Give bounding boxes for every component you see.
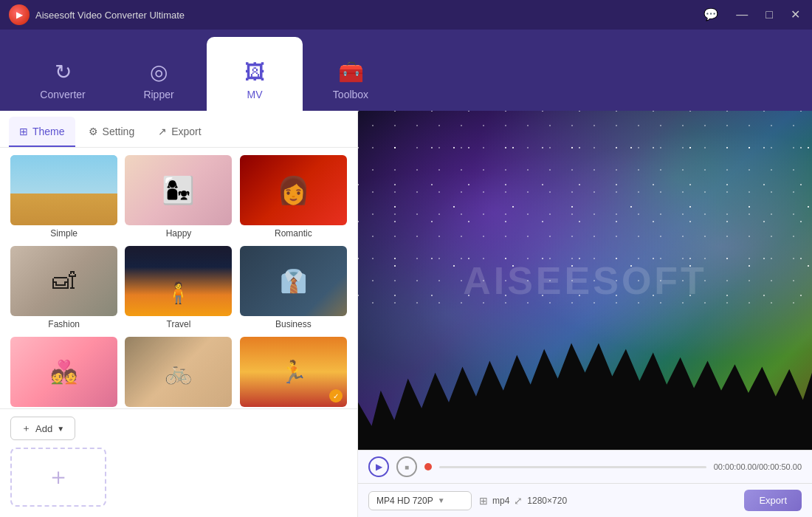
- theme-grid: 👤 Simple 👩‍👧 Happy 👩 Ro: [10, 155, 347, 408]
- toolbox-icon: 🧰: [338, 60, 364, 84]
- title-bar-left: ▶ Aiseesoft Video Converter Ultimate: [9, 4, 185, 25]
- format-select[interactable]: MP4 HD 720P ▼: [368, 491, 472, 510]
- theme-thumb-travel: 🧍: [125, 246, 232, 316]
- main-content: ⊞ Theme ⚙ Setting ↗ Export 👤: [0, 111, 812, 517]
- right-panel: AISEESOFT ▶ ■ 00:00:00.00/00:00:50.00 MP…: [358, 111, 812, 517]
- theme-card-oldtimes[interactable]: 🚲 Old Times: [125, 337, 232, 408]
- add-arrow-icon: ▼: [57, 425, 64, 433]
- theme-thumb-simple: 👤: [10, 155, 117, 225]
- play-button[interactable]: ▶: [368, 456, 389, 477]
- theme-tab-icon: ⊞: [19, 126, 28, 137]
- tab-toolbox[interactable]: 🧰 Toolbox: [303, 37, 399, 111]
- drop-zone-plus-icon: ＋: [47, 461, 70, 493]
- close-button[interactable]: ✕: [788, 7, 803, 22]
- minimize-button[interactable]: —: [733, 7, 751, 22]
- resolution-icon: ⤢: [514, 495, 523, 507]
- theme-card-simple[interactable]: 👤 Simple: [10, 155, 117, 239]
- tab-mv[interactable]: 🖼 MV: [207, 37, 303, 111]
- title-bar: ▶ Aiseesoft Video Converter Ultimate 💬 —…: [0, 0, 812, 30]
- theme-name-simple: Simple: [50, 228, 78, 239]
- theme-name-business: Business: [275, 319, 312, 329]
- theme-thumb-sport: 🏃 ✓: [240, 337, 347, 407]
- add-button[interactable]: ＋ Add ▼: [10, 417, 75, 440]
- theme-name-romantic: Romantic: [275, 228, 312, 239]
- mv-icon: 🖼: [244, 60, 265, 84]
- tab-converter[interactable]: ↻ Converter: [15, 37, 111, 111]
- message-button[interactable]: 💬: [701, 7, 721, 22]
- theme-thumb-business: 👔: [240, 246, 347, 316]
- sub-tab-theme[interactable]: ⊞ Theme: [9, 117, 75, 147]
- theme-card-fashion[interactable]: 🛋 Fashion: [10, 246, 117, 329]
- left-panel: ⊞ Theme ⚙ Setting ↗ Export 👤: [0, 111, 358, 517]
- theme-card-sport[interactable]: 🏃 ✓ Sport: [240, 337, 347, 408]
- export-tab-icon: ↗: [158, 126, 167, 137]
- theme-name-fashion: Fashion: [48, 319, 80, 329]
- sub-tab-export[interactable]: ↗ Export: [148, 117, 211, 147]
- theme-tab-label: Theme: [32, 126, 65, 137]
- export-button[interactable]: Export: [744, 490, 802, 511]
- setting-tab-label: Setting: [103, 126, 135, 137]
- tab-converter-label: Converter: [40, 89, 85, 100]
- theme-name-happy: Happy: [166, 228, 192, 239]
- add-icon: ＋: [21, 422, 31, 435]
- theme-thumb-fashion: 🛋: [10, 246, 117, 316]
- setting-tab-icon: ⚙: [89, 126, 98, 137]
- app-title: Aiseesoft Video Converter Ultimate: [35, 10, 185, 21]
- theme-card-wedding[interactable]: 💑 Wedding: [10, 337, 117, 408]
- converter-icon: ↻: [55, 60, 72, 84]
- tab-ripper[interactable]: ◎ Ripper: [111, 37, 207, 111]
- theme-thumb-romantic: 👩: [240, 155, 347, 225]
- preview-background: AISEESOFT: [358, 111, 812, 450]
- record-indicator: [424, 463, 432, 470]
- sub-tab-setting[interactable]: ⚙ Setting: [78, 117, 145, 147]
- tab-toolbox-label: Toolbox: [333, 89, 368, 100]
- drop-zone[interactable]: ＋: [10, 448, 106, 507]
- tab-bar: ↻ Converter ◎ Ripper 🖼 MV 🧰 Toolbox: [0, 30, 812, 111]
- theme-name-travel: Travel: [167, 319, 191, 329]
- app-logo: ▶: [9, 4, 30, 25]
- export-tab-label: Export: [171, 126, 201, 137]
- format-value: MP4 HD 720P: [376, 496, 433, 506]
- playback-controls: ▶ ■ 00:00:00.00/00:00:50.00: [358, 450, 812, 483]
- theme-grid-container: 👤 Simple 👩‍👧 Happy 👩 Ro: [0, 148, 357, 408]
- tab-mv-label: MV: [247, 89, 263, 100]
- time-display: 00:00:00.00/00:00:50.00: [714, 462, 802, 471]
- maximize-button[interactable]: □: [763, 7, 776, 22]
- theme-card-business[interactable]: 👔 Business: [240, 246, 347, 329]
- title-bar-controls: 💬 — □ ✕: [701, 7, 803, 22]
- theme-card-romantic[interactable]: 👩 Romantic: [240, 155, 347, 239]
- stop-button[interactable]: ■: [396, 456, 417, 477]
- preview-area: AISEESOFT: [358, 111, 812, 450]
- sub-tabs: ⊞ Theme ⚙ Setting ↗ Export: [0, 111, 357, 148]
- theme-card-happy[interactable]: 👩‍👧 Happy: [125, 155, 232, 239]
- theme-thumb-happy: 👩‍👧: [125, 155, 232, 225]
- resolution-value: 1280×720: [527, 496, 567, 506]
- add-label: Add: [35, 423, 52, 434]
- ripper-icon: ◎: [150, 60, 168, 84]
- container-value: mp4: [492, 496, 509, 506]
- watermark-text: AISEESOFT: [463, 258, 707, 303]
- format-info: ⊞ mp4 ⤢ 1280×720: [479, 495, 567, 507]
- container-icon: ⊞: [479, 495, 488, 507]
- progress-bar[interactable]: [439, 466, 706, 468]
- bottom-bar: ＋ Add ▼: [0, 408, 357, 448]
- theme-thumb-oldtimes: 🚲: [125, 337, 232, 407]
- theme-card-travel[interactable]: 🧍 Travel: [125, 246, 232, 329]
- theme-thumb-wedding: 💑: [10, 337, 117, 407]
- format-bar: MP4 HD 720P ▼ ⊞ mp4 ⤢ 1280×720 Export: [358, 483, 812, 517]
- format-dropdown-icon: ▼: [438, 496, 445, 504]
- tab-ripper-label: Ripper: [143, 89, 173, 100]
